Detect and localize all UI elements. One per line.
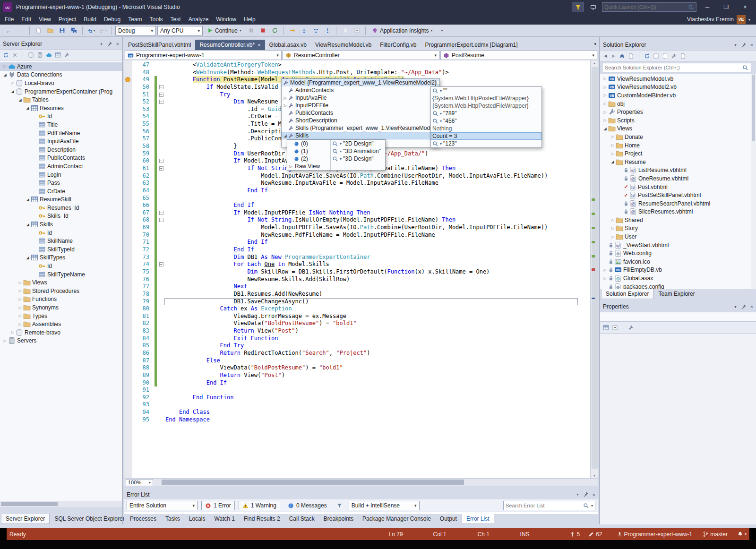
error-list-search-input[interactable] xyxy=(506,503,581,508)
code-line-71[interactable]: 71 End If xyxy=(124,239,590,246)
tab-solution-explorer[interactable]: Solution Explorer xyxy=(601,289,653,299)
visualizer-chevron-icon[interactable]: ▾ xyxy=(440,119,442,123)
datatip-child-row[interactable]: (1) ▾ "3D Animation" xyxy=(287,147,385,155)
document-tab[interactable]: ProgrammerExpert.edmx [Diagram1] xyxy=(421,40,522,50)
breakpoint-gutter[interactable] xyxy=(124,254,132,261)
server-tree-item[interactable]: ▷Servers xyxy=(0,337,122,345)
expand-arrow-icon[interactable]: ▷ xyxy=(610,226,616,231)
code-line-93[interactable]: 93 xyxy=(124,401,590,409)
expand-arrow-icon[interactable]: ▷ xyxy=(602,93,608,97)
collapse-region-icon[interactable]: − xyxy=(159,262,163,266)
editor-vscrollbar[interactable]: ▲ ▼ xyxy=(590,60,598,478)
solution-tree-item[interactable]: ◢Views xyxy=(600,125,756,133)
tab-locals[interactable]: Locals xyxy=(185,514,210,523)
expand-arrow-icon[interactable]: ▷ xyxy=(288,164,293,169)
breakpoint-gutter[interactable] xyxy=(124,69,132,77)
pending-changes-icon[interactable] xyxy=(628,53,634,59)
tab-watch-1[interactable]: Watch 1 xyxy=(210,514,239,523)
code-line-92[interactable]: 92 End Function xyxy=(124,394,590,402)
datatip-value-row[interactable]: ▾ "789" xyxy=(431,110,541,117)
visualizer-chevron-icon[interactable]: ▾ xyxy=(340,142,342,146)
breakpoint-gutter[interactable] xyxy=(124,357,132,365)
breakpoint-gutter[interactable] xyxy=(124,401,132,409)
stop-refresh-icon[interactable] xyxy=(12,52,18,58)
server-tree-item[interactable]: ◢Skills xyxy=(0,220,122,229)
save-button[interactable] xyxy=(57,26,67,35)
solution-tree-item[interactable]: ▷Shared xyxy=(600,216,756,224)
window-position-icon[interactable]: ▾ xyxy=(577,492,579,497)
code-line-65[interactable]: 65 xyxy=(124,195,590,202)
datatip-value-row[interactable]: ▾ "" xyxy=(431,87,541,94)
breakpoint-gutter[interactable] xyxy=(124,298,132,306)
solution-tree-item[interactable]: ▷Global.asax xyxy=(600,274,756,283)
continue-button[interactable]: Continue ▾ xyxy=(204,26,244,35)
nav-back-icon[interactable]: ◄ xyxy=(603,53,608,59)
tab-tasks[interactable]: Tasks xyxy=(161,514,184,523)
collapse-arrow-icon[interactable]: ◢ xyxy=(9,89,16,94)
visualizer-chevron-icon[interactable]: ▾ xyxy=(340,157,342,161)
datatip-header[interactable]: Model {Programmer_expert_www_1.ViewResum… xyxy=(282,79,439,86)
properties-icon[interactable] xyxy=(671,53,677,59)
code-line-68[interactable]: 68 − If Not String.IsNullOrEmpty(Model.I… xyxy=(124,216,590,224)
show-next-statement-button[interactable] xyxy=(287,26,297,35)
datatip-value-row[interactable]: ▾ "456" xyxy=(431,117,541,125)
solution-tree-item[interactable]: ▷Properties xyxy=(600,108,756,116)
server-tree-item[interactable]: ◢Tables xyxy=(0,95,122,104)
code-line-77[interactable]: 77 Next xyxy=(124,283,590,291)
solution-tree-item[interactable]: ▷Project xyxy=(600,149,756,158)
breakpoint-gutter[interactable] xyxy=(124,261,132,268)
restart-button[interactable] xyxy=(269,26,280,35)
server-tree-item[interactable]: ◢Resumes xyxy=(0,104,122,112)
step-out-button[interactable] xyxy=(322,26,333,35)
visualizer-chevron-icon[interactable]: ▾ xyxy=(440,142,442,146)
expand-arrow-icon[interactable]: ▷ xyxy=(602,110,608,114)
server-tree-item[interactable]: ▷Views xyxy=(0,278,122,287)
datatip-value-row[interactable]: Nothing xyxy=(431,125,541,132)
code-line-73[interactable]: 73 Dim DB1 As New ProgrammerExpertContai… xyxy=(124,254,590,261)
breakpoint-gutter[interactable] xyxy=(124,98,132,106)
expand-arrow-icon[interactable]: ▷ xyxy=(17,314,23,318)
break-all-button[interactable] xyxy=(246,26,256,35)
branch-indicator[interactable]: master xyxy=(703,531,728,538)
connect-server-icon[interactable] xyxy=(37,52,43,58)
menu-file[interactable]: File xyxy=(1,15,17,24)
misc-tool-button-1[interactable] xyxy=(340,26,350,35)
datatip-value-row[interactable]: Count = 3 xyxy=(431,132,541,140)
error-source-dropdown[interactable]: Build + IntelliSense▾ xyxy=(349,501,420,510)
share-screen-button[interactable] xyxy=(587,2,599,12)
tab-team-explorer[interactable]: Team Explorer xyxy=(654,289,699,299)
navigate-forward-button[interactable]: → xyxy=(16,26,26,35)
quick-launch-input[interactable] xyxy=(604,4,688,10)
solution-tree-item[interactable]: ▷CustomModelBinder.vb xyxy=(600,91,756,100)
breakpoint-gutter[interactable] xyxy=(124,202,132,209)
collapse-region-icon[interactable]: − xyxy=(159,159,163,163)
breakpoint-gutter[interactable] xyxy=(124,379,132,387)
code-line-95[interactable]: 95 End Namespace xyxy=(124,416,590,424)
document-tab[interactable]: ResumeController.vb* × xyxy=(195,40,265,50)
menu-team[interactable]: Team xyxy=(124,15,146,24)
datatip-child-row[interactable]: (0) ▾ "2D Design" xyxy=(287,140,385,147)
breakpoint-gutter[interactable] xyxy=(124,150,132,158)
code-line-83[interactable]: 83 Return View("Post") xyxy=(124,327,590,335)
account-avatar[interactable]: VE xyxy=(737,15,746,24)
solution-explorer-vscrollbar[interactable] xyxy=(751,74,756,289)
solution-tree-item[interactable]: ▷User xyxy=(600,232,756,241)
step-over-button[interactable] xyxy=(310,26,321,35)
expand-arrow-icon[interactable]: ▷ xyxy=(602,118,608,122)
misc-tool-button-2[interactable] xyxy=(352,26,362,35)
expand-arrow-icon[interactable]: ▷ xyxy=(610,218,616,222)
server-tree-item[interactable]: ◢Data Connections xyxy=(0,71,122,79)
nav-dropdown-1[interactable]: ResumeController ▾ xyxy=(283,51,439,60)
code-line-81[interactable]: 81 ViewBag.ErrorMessage = ex.Message xyxy=(124,313,590,320)
window-position-icon[interactable]: ▾ xyxy=(101,42,103,46)
code-line-87[interactable]: 87 Else xyxy=(124,357,590,365)
collapse-region-icon[interactable]: − xyxy=(159,218,163,222)
menu-build[interactable]: Build xyxy=(80,15,100,24)
expand-arrow-icon[interactable]: ▷ xyxy=(2,339,8,343)
breakpoint-gutter[interactable] xyxy=(124,135,132,143)
expand-arrow-icon[interactable]: ▷ xyxy=(283,103,288,108)
error-list-filter-button[interactable] xyxy=(335,501,345,510)
expand-arrow-icon[interactable]: ▷ xyxy=(283,96,288,100)
breakpoint-gutter[interactable] xyxy=(124,106,132,113)
code-line-78[interactable]: 78 DB1.Resumes.Add(NewResume) xyxy=(124,291,590,298)
